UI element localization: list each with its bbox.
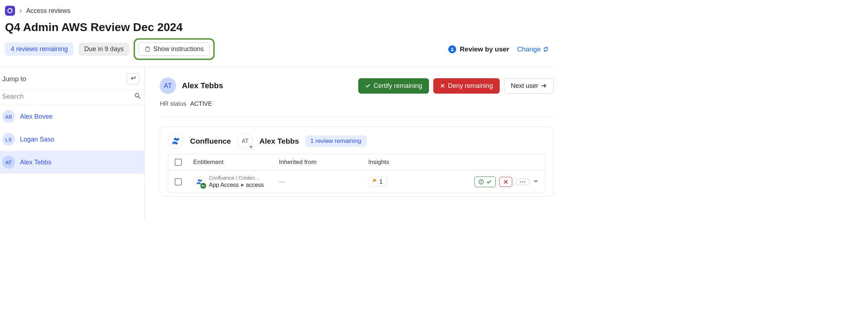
col-inherited: Inherited from xyxy=(279,159,368,166)
check-icon xyxy=(365,83,371,89)
row-expand-chevron[interactable] xyxy=(533,178,539,185)
sidebar-user-item-selected[interactable]: AT Alex Tebbs xyxy=(0,151,144,174)
svg-point-4 xyxy=(452,48,453,49)
avatar: LS xyxy=(2,133,15,146)
current-user-name: Alex Tebbs xyxy=(182,81,223,90)
card-user-initials: AT xyxy=(242,138,249,144)
current-user-avatar: AT xyxy=(160,78,176,94)
review-by-label: Review by user xyxy=(460,45,509,53)
sidebar-user-name: Alex Bovee xyxy=(20,113,53,120)
change-reviewer-link[interactable]: Change xyxy=(517,45,549,53)
svg-point-15 xyxy=(524,181,525,182)
row-more-button[interactable] xyxy=(516,179,529,185)
sidebar-user-name: Logan Saso xyxy=(20,136,54,143)
inherited-value: — xyxy=(279,179,285,185)
check-icon xyxy=(486,179,492,185)
refresh-icon xyxy=(543,46,549,52)
avatar: AB xyxy=(2,110,15,123)
review-remaining-pill: 1 review remaining xyxy=(305,135,366,147)
select-all-checkbox[interactable] xyxy=(175,159,182,166)
sidebar-search-input[interactable] xyxy=(2,93,134,100)
logo-icon xyxy=(7,8,13,14)
card-app-name: Confluence xyxy=(190,137,231,145)
deny-remaining-button[interactable]: Deny remaining xyxy=(433,78,500,94)
main-panel: AT Alex Tebbs Certify remaining Deny rem… xyxy=(145,67,554,220)
svg-point-12 xyxy=(481,183,482,183)
mini-confluence-icon: ✦ xyxy=(248,144,254,150)
app-logo[interactable] xyxy=(5,6,15,16)
row-certify-button[interactable] xyxy=(474,177,496,187)
arrow-right-icon xyxy=(541,83,547,88)
entitlement-card: Confluence AT ✦ Alex Tebbs 1 review rema… xyxy=(160,126,554,197)
clipboard-icon xyxy=(145,46,150,52)
entitlement-path: Confluence / Creden… xyxy=(209,175,264,182)
svg-line-6 xyxy=(139,97,140,99)
section-divider xyxy=(160,117,554,117)
show-instructions-highlight: Show instructions xyxy=(134,38,215,60)
user-sidebar: Jump to AB Alex Bovee LS Logan Sas xyxy=(0,67,145,220)
breadcrumb-section[interactable]: Access reviews xyxy=(26,7,70,15)
enter-icon xyxy=(130,76,136,81)
insight-badge[interactable]: 1 xyxy=(368,177,386,187)
card-user-badge: AT ✦ xyxy=(237,133,253,149)
col-insights: Insights xyxy=(368,159,460,166)
row-deny-button[interactable] xyxy=(499,177,512,187)
reviews-remaining-pill: 4 reviews remaining xyxy=(5,43,74,56)
col-entitlement: Entitlement xyxy=(193,159,279,166)
svg-point-7 xyxy=(202,185,204,187)
svg-point-14 xyxy=(522,181,523,182)
chevron-right-icon: › xyxy=(19,6,22,15)
svg-point-1 xyxy=(11,9,12,10)
confluence-app-icon xyxy=(168,133,184,149)
breadcrumb: › Access reviews xyxy=(0,0,554,19)
entitlement-table: Entitlement Inherited from Insights xyxy=(168,154,545,193)
sidebar-user-name: Alex Tebbs xyxy=(20,159,51,166)
svg-rect-3 xyxy=(147,46,149,48)
search-icon[interactable] xyxy=(134,93,141,100)
due-pill: Due in 9 days xyxy=(79,43,129,56)
sidebar-user-item[interactable]: AB Alex Bovee xyxy=(0,105,144,128)
flag-icon xyxy=(372,179,377,185)
row-checkbox[interactable] xyxy=(175,178,182,185)
table-row: Confluence / Creden… App Access ▶ access… xyxy=(168,170,545,193)
table-header: Entitlement Inherited from Insights xyxy=(168,154,545,170)
jump-to-label: Jump to xyxy=(2,75,26,83)
show-instructions-label: Show instructions xyxy=(153,45,204,53)
entitlement-app-icon xyxy=(193,176,205,188)
deny-label: Deny remaining xyxy=(448,82,493,90)
review-by-user: Review by user xyxy=(448,45,509,53)
hr-status-value: ACTIVE xyxy=(190,100,212,107)
show-instructions-button[interactable]: Show instructions xyxy=(139,43,210,56)
enter-key-hint[interactable] xyxy=(126,73,139,84)
card-user-name: Alex Tebbs xyxy=(259,137,299,145)
x-icon xyxy=(440,83,445,88)
certify-remaining-button[interactable]: Certify remaining xyxy=(358,78,429,94)
hr-status-label: HR status xyxy=(160,100,186,107)
svg-point-13 xyxy=(520,181,521,182)
confluence-icon xyxy=(171,137,180,145)
next-user-label: Next user xyxy=(511,82,538,90)
user-solid-icon xyxy=(448,45,456,53)
alert-circle-icon xyxy=(478,179,484,185)
sidebar-user-item[interactable]: LS Logan Saso xyxy=(0,128,144,151)
change-label: Change xyxy=(517,45,541,53)
sub-header-bar: 4 reviews remaining Due in 9 days Show i… xyxy=(0,38,554,66)
triangle-right-icon: ▶ xyxy=(241,183,244,188)
key-badge-icon xyxy=(200,183,206,189)
avatar: AT xyxy=(2,156,15,169)
page-title: Q4 Admin AWS Review Dec 2024 xyxy=(0,19,554,38)
next-user-button[interactable]: Next user xyxy=(504,78,554,94)
certify-label: Certify remaining xyxy=(374,82,422,90)
insight-count: 1 xyxy=(379,179,383,185)
more-horizontal-icon xyxy=(520,181,525,183)
x-icon xyxy=(503,179,508,184)
chevron-down-icon xyxy=(533,178,539,184)
entitlement-name: App Access ▶ access xyxy=(209,182,264,189)
hr-status: HR status ACTIVE xyxy=(160,100,554,108)
